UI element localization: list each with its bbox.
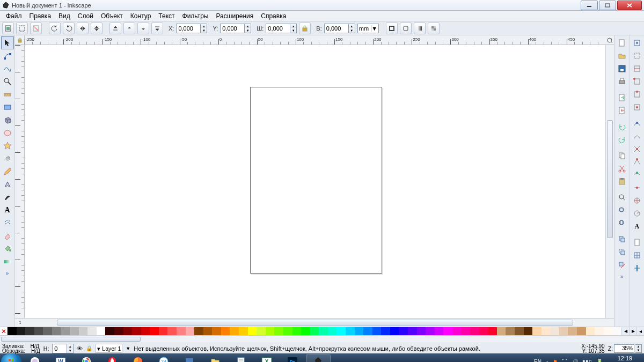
palette-swatch[interactable] (381, 327, 390, 335)
raise-button[interactable] (123, 23, 135, 34)
palette-swatch[interactable] (541, 327, 551, 335)
tray-volume-icon[interactable]: 🔊 (572, 359, 578, 363)
taskbar-excel[interactable]: X (254, 354, 279, 362)
palette-swatch[interactable] (230, 327, 239, 335)
affect-stroke-button[interactable] (386, 23, 398, 34)
snap-bbox-corner[interactable] (631, 75, 643, 88)
cmd-cut[interactable] (616, 162, 628, 175)
snap-bbox-center[interactable] (631, 101, 643, 114)
menu-text[interactable]: Текст (155, 12, 178, 20)
palette-swatch[interactable] (257, 327, 266, 335)
rotate-cw-button[interactable] (63, 23, 75, 34)
palette-scrollbar[interactable] (0, 335, 644, 343)
start-button[interactable] (1, 354, 21, 362)
palette-swatch[interactable] (532, 327, 541, 335)
snap-cusp[interactable] (631, 156, 643, 168)
tool-spray[interactable] (1, 217, 14, 230)
palette-swatch[interactable] (479, 327, 488, 335)
palette-swatch[interactable] (426, 327, 435, 335)
palette-swatch[interactable] (452, 327, 462, 335)
menu-path[interactable]: Контур (127, 12, 155, 20)
snap-smooth[interactable] (631, 168, 643, 181)
tool-tweak[interactable] (1, 62, 14, 75)
layer-visible-icon[interactable]: 👁 (77, 345, 83, 352)
opacity-input[interactable] (52, 344, 67, 353)
tray-action-flag-icon[interactable]: ⚑ (553, 359, 558, 363)
lock-icon[interactable] (299, 23, 311, 34)
tray-show-hidden-icon[interactable]: ▴ (546, 359, 548, 363)
snap-guide[interactable] (631, 262, 643, 275)
palette-swatch[interactable] (34, 327, 43, 335)
menu-extensions[interactable]: Расширения (212, 12, 257, 20)
taskbar-calendar[interactable]: 24 (151, 354, 176, 362)
palette-swatch[interactable] (212, 327, 221, 335)
taskbar-app1[interactable] (177, 354, 202, 362)
cmd-undo[interactable] (616, 120, 628, 133)
palette-swatch[interactable] (17, 327, 26, 335)
affect-gradient-button[interactable] (414, 23, 426, 34)
cmd-open[interactable] (616, 49, 628, 62)
palette-swatch[interactable] (390, 327, 399, 335)
palette-swatch[interactable] (488, 327, 497, 335)
tray-network-icon[interactable]: ⛶ (562, 359, 567, 363)
select-all-layers-button[interactable] (2, 23, 14, 34)
palette-swatch[interactable] (105, 327, 114, 335)
palette-scrollbar-thumb[interactable] (1, 337, 141, 342)
layer-lock-icon[interactable]: 🔒 (86, 345, 92, 351)
menu-edit[interactable]: Правка (26, 12, 55, 20)
snap-text[interactable]: A (631, 220, 643, 233)
cmd-export[interactable] (616, 104, 628, 117)
menu-object[interactable]: Объект (97, 12, 127, 20)
palette-swatch[interactable] (346, 327, 355, 335)
palette-swatch[interactable] (550, 327, 559, 335)
tool-pencil[interactable] (1, 165, 14, 178)
palette-swatch[interactable] (595, 327, 604, 335)
palette-swatch[interactable] (186, 327, 195, 335)
layer-selector[interactable]: ▾Layer 1 (96, 344, 122, 353)
palette-swatch[interactable] (274, 327, 283, 335)
cmd-new[interactable] (616, 36, 628, 49)
tool-text[interactable]: A (1, 204, 14, 217)
palette-swatch[interactable] (604, 327, 613, 335)
flip-vertical-button[interactable] (91, 23, 103, 34)
cmd-duplicate[interactable] (616, 233, 628, 246)
palette-swatch[interactable] (266, 327, 275, 335)
scroll-up-button[interactable] (605, 35, 614, 45)
cmd-clone[interactable] (616, 246, 628, 258)
palette-scroll-left[interactable]: ◀ (621, 327, 629, 335)
tool-3dbox[interactable] (1, 114, 14, 127)
affect-pattern-button[interactable] (428, 23, 440, 34)
snap-page[interactable] (631, 236, 643, 249)
deselect-button[interactable] (30, 23, 42, 34)
palette-swatch[interactable] (417, 327, 426, 335)
snap-node[interactable] (631, 117, 643, 130)
snap-bbox-edge[interactable] (631, 62, 643, 75)
height-input[interactable] (324, 24, 349, 33)
affect-corners-button[interactable] (400, 23, 412, 34)
taskbar-photoshop[interactable]: Ps (280, 354, 305, 362)
palette-swatch[interactable] (586, 327, 595, 335)
snap-center[interactable] (631, 194, 643, 207)
palette-swatch[interactable] (70, 327, 79, 335)
palette-swatch[interactable] (97, 327, 106, 335)
cmd-zoom-page[interactable] (616, 217, 628, 230)
palette-swatch[interactable] (577, 327, 586, 335)
palette-swatch[interactable] (328, 327, 337, 335)
palette-swatch[interactable] (123, 327, 133, 335)
cmd-import[interactable] (616, 91, 628, 104)
tool-measure[interactable] (1, 88, 14, 101)
palette-swatch[interactable] (506, 327, 515, 335)
palette-swatch[interactable] (497, 327, 506, 335)
window-close-button[interactable] (617, 1, 642, 10)
canvas-viewport[interactable] (25, 45, 605, 318)
cmd-redo[interactable] (616, 133, 628, 146)
horizontal-scrollbar[interactable] (25, 318, 605, 327)
tool-star[interactable] (1, 139, 14, 152)
unit-selector[interactable]: mm▼ (357, 24, 379, 33)
width-input[interactable] (266, 24, 290, 33)
palette-swatch[interactable] (461, 327, 470, 335)
menu-layer[interactable]: Слой (74, 12, 97, 20)
palette-swatch[interactable] (524, 327, 533, 335)
palette-swatch[interactable] (363, 327, 372, 335)
palette-swatch[interactable] (515, 327, 524, 335)
